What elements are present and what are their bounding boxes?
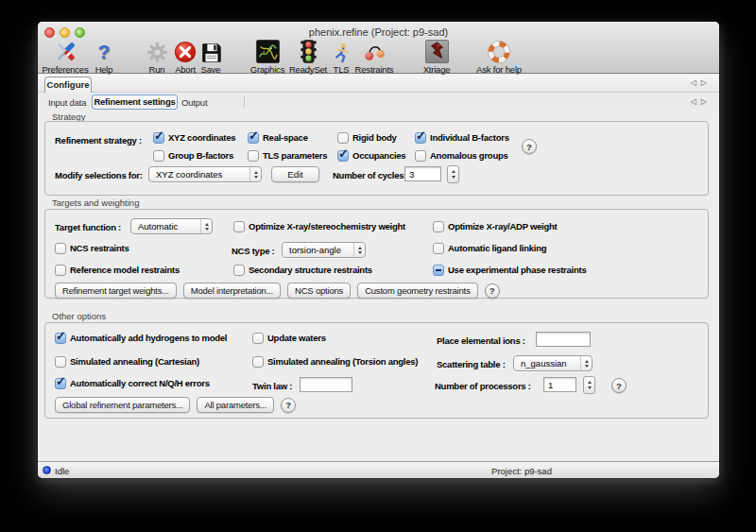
checkbox-ncs-restraints[interactable]: NCS restraints xyxy=(55,242,129,254)
checkbox-box xyxy=(248,132,259,144)
ncs-type-label: NCS type : xyxy=(232,246,275,256)
ncs-type-dropdown[interactable]: torsion-angle xyxy=(282,242,366,258)
tab-input-data[interactable]: Input data xyxy=(48,97,86,108)
checkbox-box xyxy=(433,243,444,254)
refinement-settings-panel: Strategy Refinement strategy : XYZ coord… xyxy=(38,111,719,461)
status-led-icon xyxy=(43,466,51,474)
checkbox-optimize-xray-adp[interactable]: Optimize X-ray/ADP weight xyxy=(433,220,558,232)
processors-stepper[interactable] xyxy=(583,376,595,394)
scattering-table-label: Scattering table : xyxy=(437,359,506,369)
checkbox-update-waters[interactable]: Update waters xyxy=(252,332,326,344)
tab-scroll-arrows[interactable]: ◁▷ xyxy=(691,78,712,87)
other-button-row: Global refinement parameters... All para… xyxy=(55,397,296,413)
help-icon: ? xyxy=(98,40,111,63)
phenix-refine-window: phenix.refine (Project: p9-sad) Preferen… xyxy=(38,22,719,478)
checkbox-box xyxy=(252,333,264,344)
checkbox-use-experimental-phase-restraints[interactable]: Use experimental phase restraints xyxy=(433,264,586,276)
dropdown-arrows-icon xyxy=(353,243,365,257)
number-of-cycles-field[interactable]: 3 xyxy=(404,166,441,181)
checkbox-automatic-ligand-linking[interactable]: Automatic ligand linking xyxy=(433,242,546,254)
checkbox-box xyxy=(153,150,164,162)
target-function-dropdown[interactable]: Automatic xyxy=(130,218,213,234)
checkbox-box xyxy=(55,378,66,389)
strategy-help-button[interactable]: ? xyxy=(522,139,537,154)
checkbox-box xyxy=(433,221,444,232)
checkbox-box xyxy=(337,132,349,144)
targets-button-row: Refinement target weights... Model inter… xyxy=(55,283,500,299)
number-of-processors-label: Number of processors : xyxy=(435,381,531,391)
checkbox-add-hydrogens[interactable]: Automatically add hydrogens to model xyxy=(55,332,227,344)
checkbox-box xyxy=(55,243,66,254)
place-elemental-ions-field[interactable] xyxy=(536,332,591,347)
checkbox-reference-model-restraints[interactable]: Reference model restraints xyxy=(55,264,180,276)
twin-law-label: Twin law : xyxy=(252,381,292,391)
checkbox-simulated-annealing-torsion[interactable]: Simulated annealing (Torsion angles) xyxy=(252,355,418,368)
global-refinement-parameters-button[interactable]: Global refinement parameters... xyxy=(55,397,190,413)
dropdown-arrows-icon xyxy=(580,356,592,370)
edit-button[interactable]: Edit xyxy=(271,166,319,182)
modify-selections-label: Modify selections for: xyxy=(55,170,143,180)
checkbox-correct-nqh-errors[interactable]: Automatically correct N/Q/H errors xyxy=(55,377,210,389)
tab-refinement-settings[interactable]: Refinement settings xyxy=(92,94,178,110)
checkbox-box xyxy=(433,265,444,276)
dropdown-arrows-icon xyxy=(249,167,261,181)
twin-law-field[interactable] xyxy=(300,377,352,392)
restraints-icon xyxy=(364,40,386,63)
tab-separator xyxy=(244,96,245,108)
lifebuoy-icon xyxy=(488,40,510,63)
checkbox-box xyxy=(415,150,426,162)
checkbox-optimize-xray-stereochemistry[interactable]: Optimize X-ray/stereochemistry weight xyxy=(233,220,405,232)
modify-selections-dropdown[interactable]: XYZ coordinates xyxy=(148,166,262,182)
checkbox-secondary-structure-restraints[interactable]: Secondary structure restraints xyxy=(233,264,372,276)
xtriage-icon xyxy=(425,40,449,63)
checkbox-rigid-body[interactable]: Rigid body xyxy=(337,131,397,144)
checkbox-group-b-factors[interactable]: Group B-factors xyxy=(153,149,233,162)
checkbox-individual-b-factors[interactable]: Individual B-factors xyxy=(415,131,509,144)
tab-scroll-arrows-2[interactable]: ◁▷ xyxy=(691,97,712,106)
model-interpretation-button[interactable]: Model interpretation... xyxy=(183,283,281,299)
checkbox-box xyxy=(415,132,426,144)
target-function-label: Target function : xyxy=(55,222,121,232)
checkbox-anomalous-groups[interactable]: Anomalous groups xyxy=(415,149,508,162)
checkbox-box xyxy=(55,333,66,344)
checkbox-box xyxy=(233,265,245,276)
ncs-options-button[interactable]: NCS options xyxy=(287,283,351,299)
processors-help-button[interactable]: ? xyxy=(611,378,627,393)
tab-output[interactable]: Output xyxy=(181,97,207,108)
all-parameters-button[interactable]: All parameters... xyxy=(197,397,274,413)
window-header: phenix.refine (Project: p9-sad) Preferen… xyxy=(38,22,719,74)
toolbar-ask-for-help[interactable]: Ask for help xyxy=(455,40,542,75)
notebook-tab-strip: Configure ◁▷ xyxy=(38,75,719,93)
checkbox-box xyxy=(337,150,349,162)
checkbox-real-space[interactable]: Real-space xyxy=(248,131,308,144)
checkbox-box xyxy=(153,132,164,144)
custom-geometry-restraints-button[interactable]: Custom geometry restraints xyxy=(357,283,477,299)
refinement-strategy-label: Refinement strategy : xyxy=(55,135,142,146)
checkbox-box xyxy=(248,150,259,162)
checkbox-box xyxy=(252,356,264,368)
number-of-cycles-label: Number of cycles : xyxy=(333,170,409,180)
status-bar: Idle Project: p9-sad xyxy=(38,461,719,478)
settings-tab-strip: Input data Refinement settings Output ◁▷ xyxy=(38,94,719,111)
status-text: Idle xyxy=(55,466,69,476)
checkbox-simulated-annealing-cartesian[interactable]: Simulated annealing (Cartesian) xyxy=(55,355,199,368)
tab-configure[interactable]: Configure xyxy=(44,77,92,93)
dropdown-arrows-icon xyxy=(200,219,212,233)
status-project: Project: p9-sad xyxy=(491,466,552,476)
targets-group-label: Targets and weighting xyxy=(52,198,139,208)
checkbox-box xyxy=(55,356,66,368)
targets-help-button[interactable]: ? xyxy=(485,283,500,299)
cycles-stepper[interactable] xyxy=(447,165,459,183)
checkbox-tls-parameters[interactable]: TLS parameters xyxy=(248,149,327,162)
other-help-button[interactable]: ? xyxy=(281,398,296,413)
other-options-group-label: Other options xyxy=(52,312,106,321)
scattering-table-dropdown[interactable]: n_gaussian xyxy=(513,355,593,371)
refinement-target-weights-button[interactable]: Refinement target weights... xyxy=(55,283,177,299)
checkbox-occupancies[interactable]: Occupancies xyxy=(337,149,405,162)
place-elemental-ions-label: Place elemental ions : xyxy=(437,335,525,346)
save-icon xyxy=(200,40,222,63)
checkbox-box xyxy=(55,265,66,276)
number-of-processors-field[interactable]: 1 xyxy=(543,377,576,392)
window-title: phenix.refine (Project: p9-sad) xyxy=(38,26,719,38)
checkbox-xyz-coordinates[interactable]: XYZ coordinates xyxy=(153,131,235,144)
